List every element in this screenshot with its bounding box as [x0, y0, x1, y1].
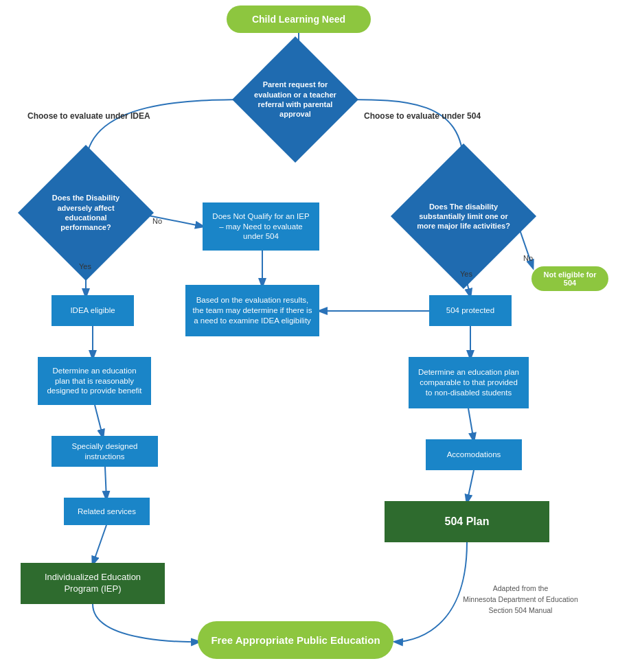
education-plan-504-node: Determine an education plan comparable t… — [409, 357, 529, 408]
idea-diamond-node: Does the Disability adversely affect edu… — [38, 165, 134, 261]
parent-request-label: Parent request for evaluation or a teach… — [251, 76, 340, 122]
child-learning-need-node: Child Learning Need — [227, 5, 371, 33]
idea-eligible-node: IDEA eligible — [52, 295, 134, 326]
svg-line-9 — [468, 408, 474, 441]
parent-request-node: Parent request for evaluation or a teach… — [251, 55, 340, 144]
yes-idea-label: Yes — [79, 262, 91, 270]
protected-504-node: 504 protected — [429, 295, 512, 326]
specially-designed-node: Specially designed instructions — [52, 436, 158, 467]
disability-504-label: Does The disability substantially limit … — [412, 198, 515, 235]
iep-node: Individualized Education Program (IEP) — [21, 563, 165, 604]
plan-504-node: 504 Plan — [385, 501, 549, 542]
not-eligible-504-node: Not eligible for 504 — [531, 266, 608, 291]
evaluation-results-node: Based on the evaluation results, the tea… — [185, 285, 319, 336]
svg-line-8 — [95, 405, 103, 437]
flowchart: Child Learning Need Parent request for e… — [0, 0, 618, 672]
svg-line-11 — [467, 470, 474, 502]
svg-line-12 — [93, 525, 106, 564]
idea-diamond-label: Does the Disability adversely affect edu… — [38, 189, 134, 235]
does-not-qualify-node: Does Not Qualify for an IEP – may Need t… — [203, 202, 319, 251]
no-504-label: No — [523, 254, 533, 262]
disability-504-diamond-node: Does The disability substantially limit … — [412, 165, 515, 268]
choose-504-label: Choose to evaluate under 504 — [364, 111, 481, 121]
accomodations-node: Accomodations — [426, 439, 522, 470]
choose-idea-label: Choose to evaluate under IDEA — [27, 111, 150, 121]
related-services-node: Related services — [64, 498, 150, 525]
svg-line-10 — [105, 467, 106, 499]
education-plan-idea-node: Determine an education plan that is reas… — [38, 357, 151, 405]
no-idea-label: No — [152, 217, 162, 225]
yes-504-label: Yes — [460, 270, 472, 278]
fape-node: Free Appropriate Public Education — [198, 621, 393, 659]
credit-text: Adapted from theMinnesota Department of … — [445, 583, 596, 616]
